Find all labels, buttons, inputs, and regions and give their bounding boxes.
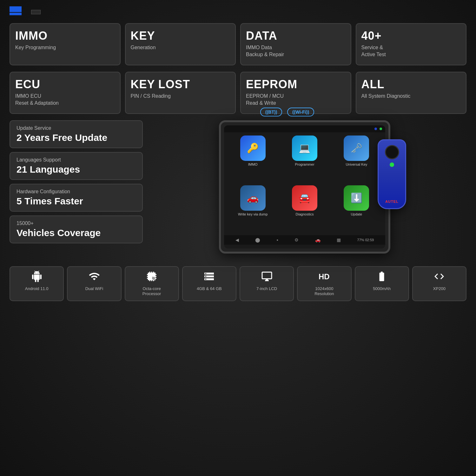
app-icon-img: 🗝️ [344, 136, 369, 161]
app-icon-img: 💻 [292, 136, 317, 161]
app-icon-img: ⬇️ [344, 185, 369, 211]
status-time: 77% 02:59 [357, 238, 374, 242]
card-title: DATA [246, 30, 346, 42]
device-wrapper: ((BT)) ((Wi-Fi)) 🔑 IMMO 💻 Pr [209, 120, 406, 260]
app-label: Diagnostics [296, 212, 314, 216]
spec-item: 5000mAh [355, 266, 409, 301]
card-desc: All System Diagnostic [361, 93, 461, 100]
spec-item: 7-inch LCD [240, 266, 294, 301]
fob-led [390, 162, 394, 167]
app-icon-item: 🗝️ Universal Key [332, 136, 381, 182]
spec-icon-cpu [146, 271, 157, 284]
app-icon-item: 🔑 IMMO [228, 136, 277, 182]
feature-row-item: Update Service 2 Years Free Update [10, 120, 143, 148]
app-icon-item: 🚗 Write key via dump [228, 185, 277, 232]
header-section [10, 6, 466, 15]
left-features: Update Service 2 Years Free Update Langu… [10, 120, 143, 260]
app-label: Update [351, 212, 362, 216]
feature-card: ALL All System Diagnostic [356, 72, 467, 114]
feature-row-value: 5 Times Faster [17, 196, 136, 207]
spec-label: 4GB & 64 GB [197, 286, 222, 292]
tablet-device: 🔑 IMMO 💻 Programmer 🗝️ Universal Key 🚗 W… [219, 120, 390, 254]
card-desc: Key Programming [15, 44, 115, 51]
feature-grid-row2: ECU IMMO ECUReset & Adaptation KEY LOST … [10, 72, 466, 114]
spec-item: Dual WiFi [67, 266, 121, 301]
newest-badge [10, 13, 22, 15]
app-label: Universal Key [346, 162, 367, 166]
feature-row-value: 2 Years Free Update [17, 132, 136, 143]
device-area: ((BT)) ((Wi-Fi)) 🔑 IMMO 💻 Pr [149, 120, 466, 260]
fob-brand-label: AUTEL [385, 200, 399, 203]
spec-item: Android 11.0 [10, 266, 64, 301]
feature-card: ECU IMMO ECUReset & Adaptation [10, 72, 121, 114]
app-label: IMMO [248, 162, 258, 166]
app-icon-item: 💻 Programmer [280, 136, 329, 182]
header-title-block [31, 7, 41, 14]
card-desc: IMMO ECUReset & Adaptation [15, 93, 115, 107]
spec-icon-android [31, 271, 43, 284]
tablet-screen: 🔑 IMMO 💻 Programmer 🗝️ Universal Key 🚗 W… [224, 125, 385, 248]
feature-row-item: 15000+ Vehicles Coverage [10, 215, 143, 243]
feature-row-value: Vehicles Coverage [17, 228, 136, 238]
year-badge [10, 6, 22, 12]
svg-text:HD: HD [319, 272, 330, 281]
spec-item: HD 1024x600Resolution [297, 266, 351, 301]
spec-icon-wifi [89, 271, 100, 284]
feature-row-label: 15000+ [17, 221, 136, 226]
feature-row-item: Languages Support 21 Languages [10, 152, 143, 180]
feature-card: 40+ Service &Active Test [356, 23, 467, 65]
tablet-screen-inner: 🔑 IMMO 💻 Programmer 🗝️ Universal Key 🚗 W… [224, 125, 385, 248]
feature-row-label: Update Service [17, 125, 136, 131]
connectivity-badges: ((BT)) ((Wi-Fi)) [260, 108, 314, 116]
feature-row-value: 21 Languages [17, 164, 136, 175]
app-label: Programmer [295, 162, 314, 166]
spec-icon-battery [376, 271, 387, 284]
fob-lens [385, 145, 399, 159]
spec-icon-storage [203, 271, 215, 284]
spec-icon-screen [261, 271, 273, 284]
nav-home: ⬤ [255, 237, 260, 242]
feature-card: KEY LOST PIN / CS Reading [125, 72, 236, 114]
spec-item: 4GB & 64 GB [182, 266, 236, 301]
card-title: ECU [15, 79, 115, 90]
app-icon-item: ⬇️ Update [332, 185, 381, 232]
nav-wifi: ▦ [337, 237, 341, 242]
app-grid: 🔑 IMMO 💻 Programmer 🗝️ Universal Key 🚗 W… [224, 132, 385, 235]
card-desc: PIN / CS Reading [131, 93, 230, 100]
card-title: ALL [361, 79, 461, 90]
card-desc: Service &Active Test [361, 44, 461, 58]
nav-square: ▪ [277, 237, 278, 242]
nav-back: ◀ [235, 237, 239, 242]
spec-label: 5000mAh [373, 286, 391, 292]
tablet-navbar: ◀ ⬤ ▪ ⚙ 🚗 ▦ 77% 02:59 [224, 235, 385, 245]
spec-item: XP200 [412, 266, 466, 301]
app-icon-img: 🔑 [240, 136, 266, 161]
card-title: EEPROM [246, 79, 346, 90]
feature-row-label: Hardware Configuration [17, 189, 136, 195]
card-desc: IMMO DataBackup & Repair [246, 44, 346, 58]
spec-icon-xp200 [433, 271, 445, 284]
nav-gear: ⚙ [294, 237, 299, 242]
status-indicator-green [380, 128, 382, 130]
feature-row-label: Languages Support [17, 157, 136, 163]
feature-row-item: Hardware Configuration 5 Times Faster [10, 184, 143, 212]
spec-label: Octa-coreProcessor [142, 286, 161, 297]
app-label: Write key via dump [238, 212, 268, 216]
card-desc: Generation [131, 44, 230, 51]
nav-car: 🚗 [315, 237, 321, 242]
spec-label: Dual WiFi [85, 286, 103, 292]
card-title: 40+ [361, 30, 461, 42]
wifi-badge: ((Wi-Fi)) [287, 108, 314, 116]
spec-label: 1024x600Resolution [314, 286, 334, 297]
app-icon-item: 🚘 Diagnostics [280, 185, 329, 232]
spec-label: Android 11.0 [25, 286, 49, 292]
card-title: KEY [131, 30, 230, 42]
spec-item: Octa-coreProcessor [125, 266, 179, 301]
card-title: IMMO [15, 30, 115, 42]
tablet-statusbar [224, 125, 385, 132]
feature-card: KEY Generation [125, 23, 236, 65]
badge-block [10, 6, 22, 15]
spec-icon-hd: HD [319, 271, 330, 284]
feature-card: DATA IMMO DataBackup & Repair [240, 23, 351, 65]
product-subtitle [31, 10, 41, 14]
